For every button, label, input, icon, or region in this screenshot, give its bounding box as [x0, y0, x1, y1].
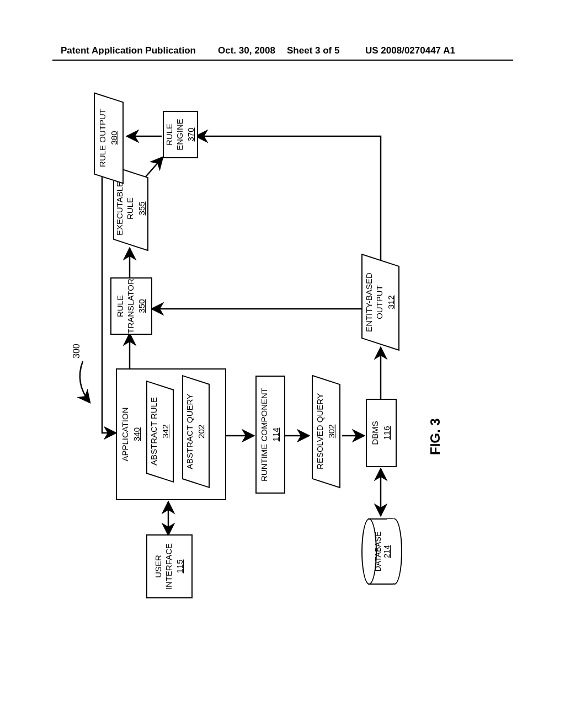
header-sheet: Sheet 3 of 5 — [287, 45, 339, 56]
rule-engine-ref: 370 — [186, 127, 196, 141]
node-dbms: DBMS 116 — [366, 399, 397, 467]
executable-rule-title: EXECUTABLERULE — [115, 181, 136, 235]
user-interface-ref: 115 — [175, 559, 185, 573]
user-interface-title: USERINTERFACE — [153, 543, 174, 590]
callout-300: 300 — [72, 344, 82, 358]
node-entity-output: ENTITY-BASEDOUTPUT 312 — [361, 254, 399, 351]
rule-engine-title: RULEENGINE — [164, 119, 185, 151]
node-runtime-component: RUNTIME COMPONENT 114 — [255, 376, 285, 494]
resolved-query-ref: 302 — [327, 425, 337, 438]
node-database: DATABASE 214 — [361, 518, 400, 585]
node-rule-translator: RULETRANSLATOR 350 — [110, 277, 152, 335]
figure-label: FIG. 3 — [428, 418, 443, 455]
node-rule-output: RULE OUTPUT 380 — [94, 92, 124, 184]
entity-output-title: ENTITY-BASEDOUTPUT — [364, 272, 385, 332]
executable-rule-ref: 355 — [136, 201, 147, 215]
resolved-query-title: RESOLVED QUERY — [315, 394, 326, 470]
dbms-title: DBMS — [370, 421, 381, 445]
dbms-ref: 116 — [382, 426, 392, 440]
node-abstract-rule: ABSTRACT RULE 342 — [146, 381, 174, 483]
header-rule — [52, 60, 513, 61]
application-title: APPLICATION — [120, 407, 131, 461]
header-publication: Patent Application Publication — [61, 45, 196, 56]
rule-output-ref: 380 — [109, 131, 120, 145]
runtime-title: RUNTIME COMPONENT — [259, 388, 270, 481]
application-ref: 340 — [132, 427, 142, 441]
rule-translator-title: RULETRANSLATOR — [115, 279, 136, 333]
abstract-query-title: ABSTRACT QUERY — [185, 394, 195, 469]
node-rule-engine: RULEENGINE 370 — [163, 111, 198, 158]
node-resolved-query: RESOLVED QUERY 302 — [312, 375, 340, 489]
abstract-rule-title: ABSTRACT RULE — [149, 398, 159, 466]
svg-line-3 — [143, 157, 163, 179]
abstract-rule-ref: 342 — [161, 425, 171, 438]
header-date: Oct. 30, 2008 — [218, 45, 275, 56]
node-abstract-query: ABSTRACT QUERY 202 — [182, 375, 210, 488]
rule-translator-ref: 350 — [137, 299, 147, 313]
database-ref: 214 — [382, 518, 391, 585]
node-user-interface: USERINTERFACE 115 — [146, 534, 193, 598]
diagram-stage: 300 USERINTERFACE 115 APPLICATION 340 AB… — [63, 94, 502, 620]
runtime-ref: 114 — [271, 427, 281, 441]
header-pubno: US 2008/0270447 A1 — [365, 45, 455, 56]
abstract-query-ref: 202 — [196, 425, 207, 438]
rule-output-title: RULE OUTPUT — [98, 109, 108, 168]
entity-output-ref: 312 — [386, 295, 397, 309]
database-title: DATABASE — [374, 518, 382, 585]
diagram-canvas: 300 USERINTERFACE 115 APPLICATION 340 AB… — [63, 94, 502, 620]
